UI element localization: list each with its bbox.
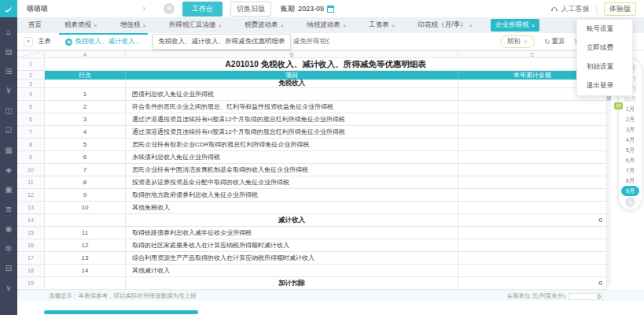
month-item-3月[interactable]: 3月 (619, 124, 642, 135)
cell-item[interactable]: 通过深港通投资且连续持有H股满12个月取得的股息红利所得免征企业所得税 (126, 126, 458, 139)
tab-4[interactable]: 税费波动表× (240, 19, 289, 32)
user-menu-item-2[interactable]: 初始设置 (577, 57, 632, 76)
cell-amount[interactable] (458, 101, 607, 113)
horizontal-scrollbar-thumb[interactable] (44, 310, 198, 314)
cell-line-no[interactable] (45, 214, 126, 227)
cell-item[interactable]: 减计收入 (126, 214, 458, 227)
cell-line-no[interactable]: 9 (45, 189, 126, 202)
user-menu-item-3[interactable]: 退出登录 (577, 76, 632, 95)
assets-icon[interactable]: ◈ (0, 160, 17, 180)
cell-line-no[interactable]: 12 (45, 239, 126, 252)
tab-close-icon[interactable]: × (392, 22, 396, 29)
user-menu-item-1[interactable]: 立即续费 (577, 39, 632, 57)
invoice-icon[interactable]: ▤ (0, 42, 17, 61)
cell-amount[interactable] (458, 202, 607, 214)
tab-2[interactable]: 增值税× (116, 19, 151, 32)
switch-old-version-button[interactable]: 切换旧版 (230, 2, 271, 17)
tab-0[interactable]: 首页 (24, 19, 46, 32)
month-item-7月[interactable]: 7月 (619, 165, 642, 176)
cell-line-no[interactable]: 2 (45, 101, 126, 113)
boss-report-icon[interactable]: ◉ (0, 219, 17, 239)
cell-item[interactable]: 取得的社区家庭服务收入在计算应纳税所得额时减计收入 (126, 239, 458, 252)
tab-1[interactable]: 税表填报× (60, 19, 102, 32)
cell-amount[interactable]: 0 (458, 277, 607, 290)
tab-5[interactable]: 纳税波动表× (302, 19, 351, 32)
cell-amount[interactable] (458, 151, 607, 164)
more-icon[interactable]: ∨ (0, 278, 17, 298)
cell-line-no[interactable] (45, 80, 126, 88)
preset-dropdown[interactable]: 期初 ∨ (500, 35, 535, 48)
cell-item[interactable]: 永续债利息收入免征企业所得税 (126, 151, 458, 164)
calendar-icon[interactable] (327, 6, 334, 13)
cell-amount[interactable] (458, 239, 607, 252)
cell-item[interactable]: 通过沪港通投资且连续持有H股满12个月取得的股息红利所得免征企业所得税 (126, 113, 458, 126)
funds-icon[interactable]: ¥ (0, 81, 17, 101)
checkout-icon[interactable]: ☑ (0, 120, 17, 140)
subtab-next[interactable]: 减免所得税优惠表 (293, 37, 329, 46)
cell-line-no[interactable]: 10 (45, 202, 126, 214)
month-item-8月[interactable]: 8月 (619, 176, 642, 186)
tab-3[interactable]: 所得税汇算清缴× (164, 19, 226, 32)
voucher-icon[interactable]: ⊞ (0, 61, 17, 81)
home-icon[interactable]: ⌂ (0, 22, 17, 42)
cell-amount[interactable] (458, 164, 607, 176)
ledger-icon[interactable]: ◫ (0, 101, 17, 120)
cell-amount[interactable] (458, 265, 607, 277)
chevron-down-icon[interactable]: ∨ (625, 197, 635, 207)
cell-line-no[interactable]: 13 (45, 252, 126, 265)
tax-icon[interactable]: ▣ (0, 180, 17, 199)
cell-amount[interactable] (458, 126, 607, 139)
tab-close-icon[interactable]: × (532, 22, 535, 29)
month-item-2月[interactable]: 2月 (619, 114, 642, 124)
tab-close-icon[interactable]: × (218, 22, 222, 29)
cell-item[interactable]: 投资者从证券投资基金分配中取得的收入免征企业所得税 (126, 176, 458, 189)
tab-6[interactable]: 工资表× (364, 19, 399, 32)
cell-line-no[interactable]: 4 (45, 126, 126, 139)
cell-amount[interactable] (458, 113, 607, 126)
tab-close-icon[interactable]: × (281, 22, 285, 29)
month-item-9月[interactable]: 9月 (621, 186, 639, 196)
cell-item[interactable]: 免税收入 (126, 80, 458, 88)
cell-line-no[interactable]: 14 (45, 265, 126, 277)
month-item-6月[interactable]: 6月 (619, 155, 642, 165)
cell-line-no[interactable]: 6 (45, 151, 126, 164)
cell-item[interactable]: 综合利用资源生产产品取得的收入在计算应纳税所得额时减计收入 (126, 252, 458, 265)
tab-close-icon[interactable]: × (94, 22, 98, 29)
quick-action-icon[interactable]: ⊞ (164, 3, 175, 14)
cell-item[interactable]: 国债利息收入免征企业所得税 (126, 88, 458, 101)
company-selector[interactable]: 嘻嘻嘻 ∨ (17, 4, 153, 14)
cell-line-no[interactable]: 1 (45, 88, 126, 101)
inventory-icon[interactable]: ⊟ (0, 258, 17, 278)
support-button[interactable]: 人工客服 (550, 4, 589, 14)
settings-icon[interactable]: ⚙ (0, 239, 17, 258)
cell-item[interactable]: 符合条件的居民企业之间的股息、红利等权益性投资收益免征企业所得税 (126, 101, 458, 113)
cell-line-no[interactable]: 11 (45, 227, 126, 239)
cell-item[interactable]: 加计扣除 (126, 277, 458, 290)
subtab-main[interactable]: 主表 (38, 37, 51, 46)
cell-amount[interactable] (458, 227, 607, 239)
cell-item[interactable]: 居民企业持有中国清洁发展机制基金取得的收入免征企业所得税 (126, 164, 458, 176)
month-item-5月[interactable]: 5月 (619, 145, 642, 155)
workbench-button[interactable]: 工作台 (182, 2, 223, 17)
cell-item[interactable]: 取得的地方政府债券利息收入免征企业所得税 (126, 189, 458, 202)
month-item-4月[interactable]: 4月 (619, 135, 642, 145)
cell-item[interactable]: 其他减计收入 (126, 265, 458, 277)
collapse-icon[interactable]: « (24, 37, 33, 46)
cell-item[interactable]: 其他免税收入 (126, 202, 458, 214)
cell-line-no[interactable]: 8 (45, 176, 126, 189)
user-menu-item-0[interactable]: 账号设置 (577, 20, 632, 39)
horizontal-scrollbar[interactable] (17, 309, 644, 315)
cell-amount[interactable] (458, 189, 607, 202)
cell-line-no[interactable]: 7 (45, 164, 126, 176)
footer-cell-value[interactable]: 0 (569, 293, 603, 300)
cell-line-no[interactable]: 3 (45, 113, 126, 126)
month-item-1月[interactable]: 1月23 (619, 104, 642, 114)
tab-close-icon[interactable]: × (343, 22, 347, 29)
tab-close-icon[interactable]: × (142, 22, 146, 29)
tab-7[interactable]: 印花税（月/季）× (414, 19, 478, 32)
cell-amount[interactable] (458, 139, 607, 151)
cell-line-no[interactable]: 5 (45, 139, 126, 151)
reports-icon[interactable]: ≣ (0, 199, 17, 219)
user-account-button[interactable]: 体验版 (604, 2, 636, 16)
salary-icon[interactable]: ▦ (0, 140, 17, 160)
